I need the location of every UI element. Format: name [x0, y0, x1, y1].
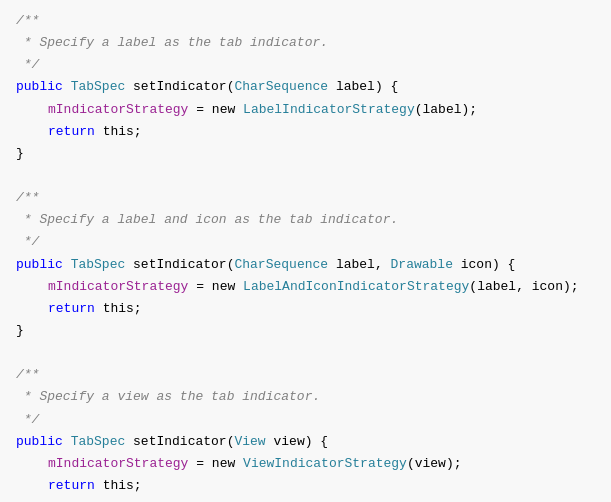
code-line: return this; [0, 121, 611, 143]
code-line: mIndicatorStrategy = new LabelAndIconInd… [0, 276, 611, 298]
comment-line: */ [0, 54, 611, 76]
code-line: mIndicatorStrategy = new LabelIndicatorS… [0, 99, 611, 121]
code-line: public TabSpec setIndicator(CharSequence… [0, 254, 611, 276]
code-line: public TabSpec setIndicator(CharSequence… [0, 76, 611, 98]
code-line: return this; [0, 298, 611, 320]
comment-line: /** [0, 187, 611, 209]
code-line: } [0, 497, 611, 502]
comment-line: /** [0, 364, 611, 386]
code-line: public TabSpec setIndicator(View view) { [0, 431, 611, 453]
comment-line: */ [0, 231, 611, 253]
blank-line [0, 165, 611, 187]
code-line: mIndicatorStrategy = new ViewIndicatorSt… [0, 453, 611, 475]
comment-line: /** [0, 10, 611, 32]
comment-line: * Specify a label and icon as the tab in… [0, 209, 611, 231]
comment-line: */ [0, 409, 611, 431]
code-line: } [0, 143, 611, 165]
code-line: return this; [0, 475, 611, 497]
code-line: } [0, 320, 611, 342]
comment-line: * Specify a view as the tab indicator. [0, 386, 611, 408]
blank-line [0, 342, 611, 364]
comment-line: * Specify a label as the tab indicator. [0, 32, 611, 54]
code-viewer: /** * Specify a label as the tab indicat… [0, 0, 611, 502]
